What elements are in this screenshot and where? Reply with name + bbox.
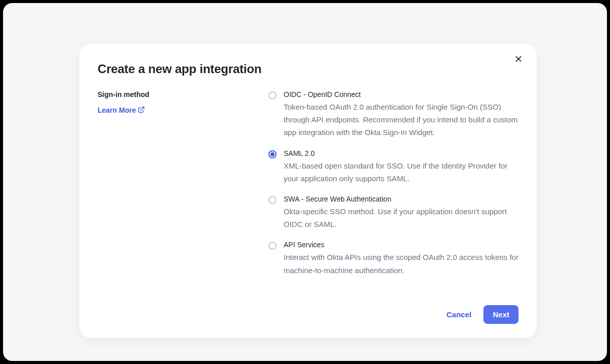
- option-desc: Interact with Okta APIs using the scoped…: [284, 251, 518, 276]
- left-column: Sign-in method Learn More: [98, 90, 268, 277]
- page-background: Create a new app integration Sign-in met…: [3, 3, 607, 361]
- modal-footer: Cancel Next: [98, 305, 518, 324]
- radio-swa[interactable]: [268, 196, 277, 204]
- options-column: OIDC - OpenID Connect Token-based OAuth …: [268, 90, 518, 277]
- radio-saml[interactable]: [268, 150, 277, 158]
- cancel-button[interactable]: Cancel: [443, 306, 474, 323]
- option-oidc[interactable]: OIDC - OpenID Connect Token-based OAuth …: [268, 90, 518, 139]
- option-text: SAML 2.0 XML-based open standard for SSO…: [284, 149, 518, 185]
- option-text: API Services Interact with Okta APIs usi…: [284, 241, 518, 276]
- option-desc: XML-based open standard for SSO. Use if …: [284, 159, 518, 185]
- close-icon: [514, 55, 523, 65]
- option-text: SWA - Secure Web Authentication Okta-spe…: [284, 195, 518, 230]
- modal-title: Create a new app integration: [98, 62, 518, 76]
- learn-more-link[interactable]: Learn More: [98, 106, 145, 115]
- option-title: OIDC - OpenID Connect: [284, 90, 518, 98]
- option-title: SAML 2.0: [284, 149, 518, 157]
- option-text: OIDC - OpenID Connect Token-based OAuth …: [284, 90, 518, 139]
- option-swa[interactable]: SWA - Secure Web Authentication Okta-spe…: [268, 195, 518, 230]
- sign-in-method-label: Sign-in method: [98, 90, 268, 98]
- modal-body: Sign-in method Learn More OIDC - OpenID …: [98, 90, 518, 277]
- next-button[interactable]: Next: [483, 305, 518, 324]
- radio-oidc[interactable]: [268, 91, 277, 100]
- svg-line-2: [141, 107, 144, 110]
- option-desc: Okta-specific SSO method. Use if your ap…: [284, 205, 518, 230]
- radio-api-services[interactable]: [268, 242, 277, 250]
- learn-more-text: Learn More: [98, 106, 136, 114]
- option-api-services[interactable]: API Services Interact with Okta APIs usi…: [268, 241, 518, 276]
- option-desc: Token-based OAuth 2.0 authentication for…: [284, 101, 518, 139]
- option-saml[interactable]: SAML 2.0 XML-based open standard for SSO…: [268, 149, 518, 185]
- external-link-icon: [138, 106, 145, 115]
- create-app-integration-modal: Create a new app integration Sign-in met…: [79, 44, 537, 338]
- option-title: API Services: [284, 241, 518, 249]
- option-title: SWA - Secure Web Authentication: [284, 195, 518, 203]
- close-button[interactable]: [512, 54, 525, 66]
